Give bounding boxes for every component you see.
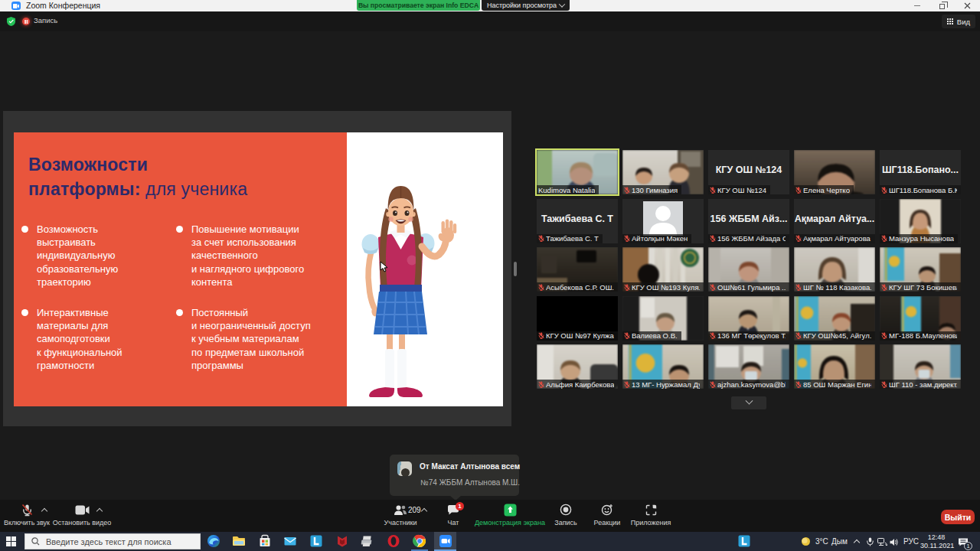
minimize-button[interactable] xyxy=(904,0,929,11)
participant-tile[interactable]: 85 ОШ Маржан Егин... xyxy=(794,344,875,389)
participant-tile[interactable]: 156 ЖББМ Айз... 156 ЖББМ Айзада С... xyxy=(708,199,789,243)
l-app-icon[interactable] xyxy=(309,534,323,548)
notification-center-icon[interactable]: 1 xyxy=(958,536,969,550)
taskbar-clock[interactable]: 12:48 30.11.2021 xyxy=(920,533,952,549)
mic-muted-icon xyxy=(710,332,716,339)
participant-label: Альфия Каирбекова xyxy=(537,380,618,389)
participant-tile[interactable]: Асыбекова С.Р. ОШ... xyxy=(537,247,618,292)
weather-icon[interactable] xyxy=(801,536,811,546)
mic-muted-icon xyxy=(538,332,544,339)
participant-label: Валиева О.В. xyxy=(622,331,681,341)
view-button[interactable]: Вид xyxy=(942,15,975,28)
tray-mic-icon[interactable] xyxy=(866,537,874,546)
restore-button[interactable] xyxy=(929,0,955,11)
participant-tile[interactable]: 136 МГ Төреқулов Т... xyxy=(708,296,789,341)
chrome-icon[interactable] xyxy=(413,534,426,548)
mic-muted-icon xyxy=(21,502,34,517)
participant-display-name: ШГ118.Бопано... xyxy=(880,165,961,175)
participant-tile[interactable]: КГУ ОШ №193 Куля... xyxy=(622,247,704,292)
participant-tile[interactable]: КГУ ШГ 73 Бокишева... xyxy=(880,247,961,292)
participant-label-text: МГ-188 Б.Мауленова xyxy=(889,331,957,340)
audio-button[interactable]: Включить звук xyxy=(5,502,49,527)
participants-button[interactable]: Участники209 xyxy=(381,502,420,527)
participant-label-text: Альфия Каирбекова xyxy=(546,380,614,389)
participant-label: Асыбекова С.Р. ОШ... xyxy=(537,282,618,292)
participant-tile[interactable]: КГУ ОШ №124 КГУ ОШ №124 xyxy=(708,150,789,194)
edge-icon[interactable] xyxy=(207,534,220,548)
participant-tile[interactable]: ajzhan.kasymova@bk... xyxy=(708,344,789,389)
reactions-button[interactable]: Реакции xyxy=(590,502,625,527)
participant-tile[interactable]: Тажибаева С. Т Тажибаева С. Т xyxy=(537,199,618,243)
chevron-up-icon[interactable] xyxy=(96,508,103,514)
participant-tile[interactable]: Kudimova Natalia xyxy=(537,150,618,194)
tray-temperature[interactable]: 3°С xyxy=(815,537,828,546)
record-button[interactable]: Запись xyxy=(550,502,582,527)
participant-tile[interactable]: ШГ 110 - зам.директ... xyxy=(880,344,961,389)
participant-display-name: КГУ ОШ №124 xyxy=(708,165,789,175)
participant-tile[interactable]: 13 МГ- Нуржамал Ду... xyxy=(622,344,704,389)
chevron-up-icon[interactable] xyxy=(421,508,427,514)
tray-volume-icon[interactable] xyxy=(890,538,899,546)
participant-tile[interactable]: ОШ№61 Гульмира ... xyxy=(708,247,789,292)
zoom-taskbar-icon[interactable] xyxy=(439,534,452,548)
opera-icon[interactable] xyxy=(387,534,400,548)
l-app-tray-icon[interactable] xyxy=(737,534,751,548)
gallery-scrollbar-handle[interactable] xyxy=(514,262,517,276)
recording-indicator-icon[interactable] xyxy=(22,18,30,25)
mic-muted-icon xyxy=(795,187,802,194)
participant-label: 130 Гимназия xyxy=(622,185,681,194)
participant-tile[interactable]: МГ-188 Б.Мауленова xyxy=(880,296,961,341)
viewing-screen-banner: Вы просматриваете экран Info EDCA xyxy=(357,0,480,11)
chat-button[interactable]: Чат1 xyxy=(438,502,469,527)
view-settings-label: Настройки просмотра xyxy=(487,2,557,9)
taskbar-search-input[interactable]: Введите здесь текст для поиска xyxy=(24,533,201,549)
participant-label-text: Валиева О.В. xyxy=(632,331,678,340)
close-button[interactable] xyxy=(955,0,980,11)
participant-tile[interactable]: Айтолқын Мәкен xyxy=(622,199,704,243)
file-explorer-icon[interactable] xyxy=(232,534,246,548)
chevron-up-icon[interactable] xyxy=(41,508,47,514)
participant-tile[interactable]: Елена Чертко xyxy=(794,150,875,194)
tray-language[interactable]: РУС xyxy=(903,537,919,546)
mic-muted-icon xyxy=(624,381,630,388)
participant-display-name: 156 ЖББМ Айз... xyxy=(708,214,789,224)
more-participants-button[interactable] xyxy=(731,396,766,409)
participant-tile[interactable]: ШГ118.Бопано... ШГ118.Бопанова Б.К. xyxy=(880,150,961,194)
participant-label-text: ШГ № 118 Казакова... xyxy=(803,283,871,292)
participant-label-text: Манзура Нысанова xyxy=(889,234,954,243)
mcafee-icon[interactable] xyxy=(335,534,349,548)
mic-muted-icon xyxy=(538,235,544,242)
slide-bullet-3: Повышение мотивации за счет использовани… xyxy=(191,223,341,289)
security-shield-icon[interactable] xyxy=(7,17,15,26)
participant-label-text: КГУ ОШ №124 xyxy=(717,186,766,194)
printer-icon[interactable] xyxy=(361,534,374,548)
participant-display-name: Тажибаева С. Т xyxy=(537,214,618,224)
tray-network-icon[interactable] xyxy=(877,538,887,546)
apps-button[interactable]: Приложения xyxy=(629,502,672,527)
mic-muted-icon xyxy=(795,235,802,242)
leave-meeting-button[interactable]: Выйти xyxy=(941,510,975,524)
video-button[interactable]: Остановить видео xyxy=(54,502,110,527)
store-icon[interactable] xyxy=(258,534,272,548)
record-icon xyxy=(560,502,572,517)
window-titlebar: Zoom Конференция Вы просматриваете экран… xyxy=(0,0,980,11)
share-button[interactable]: Демонстрация экрана xyxy=(473,502,547,527)
presentation-slide: Возможности платформы: для ученика Возмо… xyxy=(14,132,503,406)
start-button[interactable] xyxy=(6,536,16,546)
participant-tile[interactable]: КГУ ОШ №97 Кулжа... xyxy=(537,296,618,341)
view-settings-dropdown[interactable]: Настройки просмотра xyxy=(482,0,570,11)
participant-tile[interactable]: Манзура Нысанова xyxy=(880,199,961,243)
participant-tile[interactable]: ШГ № 118 Казакова... xyxy=(794,247,875,292)
slide-title-line2: платформы: для ученика xyxy=(28,177,247,201)
participant-tile[interactable]: Ақмарал Айтуа... Ақмарал Айтуарова ... xyxy=(794,199,875,243)
participant-tile[interactable]: Валиева О.В. xyxy=(622,296,704,341)
mic-muted-icon xyxy=(710,187,716,194)
participant-tile[interactable]: КГУ ОШ№45, Айгул... xyxy=(794,296,875,341)
participant-tile[interactable]: Альфия Каирбекова xyxy=(537,344,618,389)
participant-tile[interactable]: 130 Гимназия xyxy=(622,150,704,194)
mail-icon[interactable] xyxy=(283,534,297,548)
girl-illustration xyxy=(348,176,478,402)
tray-condition[interactable]: Дым xyxy=(831,537,848,546)
chat-notification-popup[interactable]: От Максат Алтынова всем №74 ЖББМ Алтынов… xyxy=(390,455,519,496)
tray-expand-chevron[interactable] xyxy=(854,540,860,546)
